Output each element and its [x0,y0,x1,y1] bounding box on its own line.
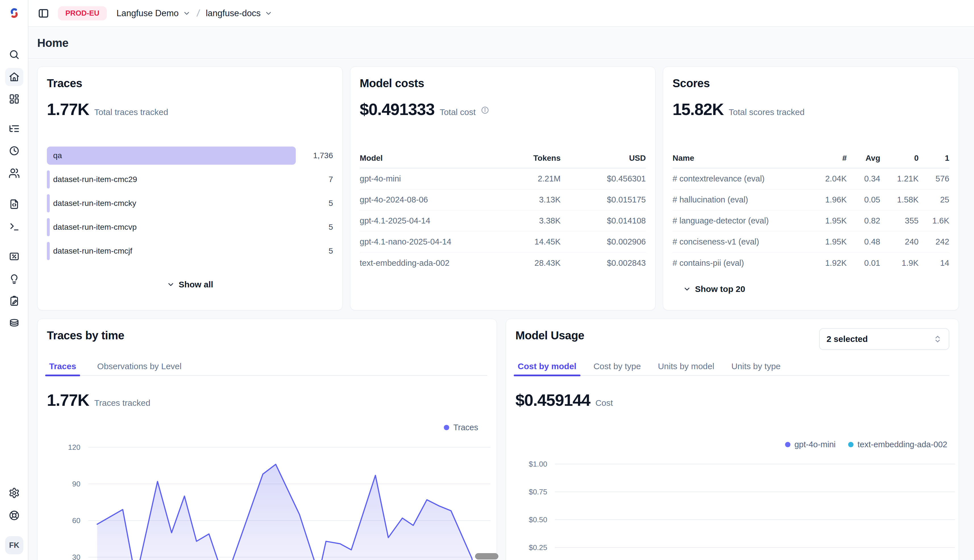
sidebar-item-annotation[interactable] [5,292,23,310]
trace-count-bar [47,170,50,188]
table-row: gpt-4o-2024-08-063.13K$0.015175 [360,189,646,210]
sidebar-item-support[interactable] [5,506,23,525]
trace-tree-icon [8,123,20,134]
user-initials: FK [9,541,19,550]
tab-cost-by-model[interactable]: Cost by model [515,358,579,375]
show-all-label: Show all [179,280,213,289]
square-percent-icon [8,251,20,262]
clock-icon [8,145,20,157]
trace-name-row[interactable]: dataset-run-item-cmcky5 [47,194,333,212]
traces-card: Traces 1.77K Total traces tracked qa1,73… [37,67,342,310]
sidebar-item-settings[interactable] [5,484,23,502]
trace-name-row[interactable]: dataset-run-item-cmcjf5 [47,242,333,260]
org-switcher[interactable]: Langfuse Demo [117,8,190,18]
chevron-down-icon [683,285,691,293]
show-all-button[interactable]: Show all [37,280,342,289]
cell-value: 0.05 [847,195,880,205]
trace-count-value: 1,736 [313,147,333,165]
sidebar-toggle-button[interactable] [37,7,49,19]
cell-value: 576 [919,174,949,183]
model-usage-tabs: Cost by modelCost by typeUnits by modelU… [515,358,949,376]
sidebar-item-playground[interactable] [5,218,23,236]
tab-observations-by-level[interactable]: Observations by Level [95,358,184,375]
trace-name-row[interactable]: qa1,736 [47,147,333,165]
tab-cost-by-type[interactable]: Cost by type [591,358,643,375]
trace-count-bar [47,218,50,236]
sidebar-item-users[interactable] [5,164,23,182]
trace-name-row[interactable]: dataset-run-item-cmcvp5 [47,218,333,236]
sidebar-item-prompts[interactable] [5,195,23,213]
legend-label: Traces [453,423,478,432]
tab-traces[interactable]: Traces [47,358,79,375]
sidebar-item-search[interactable] [5,45,23,63]
cell-name: # hallucination (eval) [673,195,804,205]
svg-text:30: 30 [72,553,80,560]
project-switcher[interactable]: langfuse-docs [206,8,272,18]
column-header: Avg [847,153,880,163]
model-costs-table: ModelTokensUSDgpt-4o-mini2.21M$0.456301g… [360,148,646,273]
cell-value: $0.015175 [561,195,646,205]
user-avatar[interactable]: FK [5,536,23,554]
cell-value: 1.96K [804,195,847,205]
legend-label: text-embedding-ada-002 [857,440,947,449]
legend-item: Traces [444,423,478,432]
traces-total: 1.77K [47,100,89,119]
sidebar-item-tracing[interactable] [5,120,23,138]
environment-badge[interactable]: PROD-EU [58,6,107,20]
cell-value: 242 [919,237,949,247]
legend-dot [848,442,854,447]
show-top-20-button[interactable]: Show top 20 [683,284,745,294]
svg-text:$0.50: $0.50 [529,515,547,524]
cell-value: $0.456301 [561,174,646,183]
cell-value: 1.95K [804,237,847,247]
tab-units-by-type[interactable]: Units by type [729,358,783,375]
breadcrumb-separator: / [196,8,200,19]
sidebar-item-home[interactable] [5,68,23,86]
svg-text:$0.25: $0.25 [529,543,547,552]
trace-name-label: dataset-run-item-cmcvp [53,218,137,236]
tab-units-by-model[interactable]: Units by model [655,358,716,375]
column-header: Tokens [493,153,561,163]
cell-value: 3.38K [493,216,561,225]
column-header: USD [561,153,646,163]
home-icon [8,71,20,83]
trace-name-bar-list: qa1,736dataset-run-item-cmc297dataset-ru… [47,147,333,266]
trace-count-value: 5 [329,242,333,260]
cell-value: 1.58K [880,195,919,205]
model-select-dropdown[interactable]: 2 selected [819,328,949,350]
table-row: # hallucination (eval)1.96K0.051.58K25 [673,189,949,210]
trace-count-value: 5 [329,194,333,212]
sidebar: FK [0,0,28,560]
svg-text:90: 90 [72,480,80,488]
traces-by-time-total: 1.77K [47,390,89,410]
cell-value: $0.014108 [561,216,646,225]
sidebar-item-datasets[interactable] [5,314,23,333]
card-title: Model costs [360,77,424,90]
trace-name-row[interactable]: dataset-run-item-cmc297 [47,170,333,188]
sidebar-item-dashboards[interactable] [5,90,23,108]
sidebar-item-sessions[interactable] [5,142,23,160]
cell-value: 14 [919,258,949,268]
trace-name-label: dataset-run-item-cmcky [53,194,136,212]
terminal-icon [8,221,20,232]
trace-count-value: 7 [329,170,333,188]
svg-text:$1.00: $1.00 [529,460,547,468]
table-row: # contextrelevance (eval)2.04K0.341.21K5… [673,168,949,189]
traces-by-time-tabs: TracesObservations by Level [47,358,487,376]
cell-value: 1.92K [804,258,847,268]
sidebar-item-llm-judge[interactable] [5,270,23,288]
model-select-value: 2 selected [827,334,868,344]
sidebar-item-evaluation[interactable] [5,247,23,265]
model-costs-subtitle: Total cost [439,107,476,117]
table-row: gpt-4.1-nano-2025-04-1414.45K$0.002906 [360,232,646,252]
horizontal-scrollbar-thumb[interactable] [475,553,498,560]
chevron-down-icon [183,9,190,17]
cell-value: 1.6K [919,216,949,225]
card-title: Scores [673,77,710,90]
traces-area-chart: 120906030 [37,438,497,560]
table-row: # contains-pii (eval)1.92K0.011.9K14 [673,252,949,273]
model-usage-total: $0.459144 [515,390,590,410]
info-icon[interactable] [481,106,489,115]
legend-item: text-embedding-ada-002 [848,440,947,449]
cell-name: # conciseness-v1 (eval) [673,237,804,247]
